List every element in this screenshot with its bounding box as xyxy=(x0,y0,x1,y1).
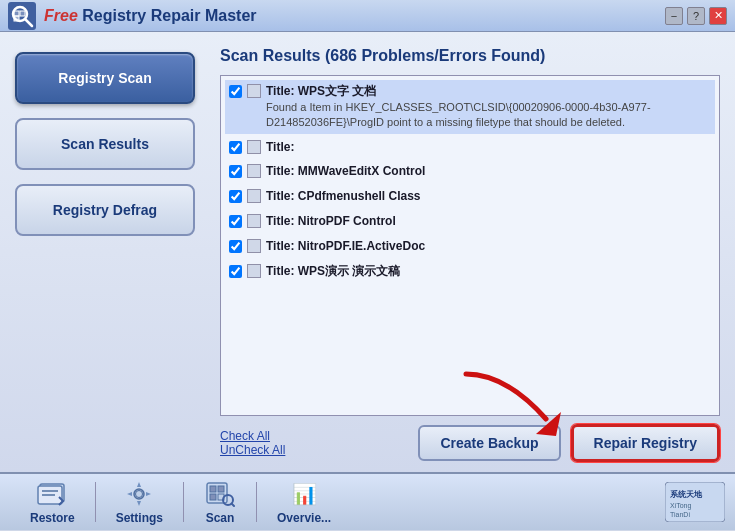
scan-results-title: Scan Results (686 Problems/Errors Found) xyxy=(220,47,720,65)
result-item: Title: xyxy=(225,136,715,159)
result-checkbox[interactable] xyxy=(229,141,242,154)
svg-rect-14 xyxy=(210,494,216,500)
settings-icon xyxy=(123,480,155,508)
restore-icon xyxy=(36,480,68,508)
svg-line-1 xyxy=(25,19,32,26)
svg-rect-3 xyxy=(20,11,25,16)
svg-rect-2 xyxy=(14,11,19,16)
result-text: Title: xyxy=(266,139,294,156)
toolbar-settings[interactable]: Settings xyxy=(96,480,183,525)
content-footer: Check All UnCheck All Create Backup Repa… xyxy=(220,424,720,462)
sidebar-item-scan-results[interactable]: Scan Results xyxy=(15,118,195,170)
main-area: Registry Scan Scan Results Registry Defr… xyxy=(0,32,735,472)
logo-corner: 系统天地 XiTong TianDi xyxy=(665,482,725,522)
result-item: Title: NitroPDF Control xyxy=(225,210,715,233)
file-icon xyxy=(247,140,261,154)
result-checkbox[interactable] xyxy=(229,265,242,278)
result-text: Title: NitroPDF.IE.ActiveDoc xyxy=(266,238,425,255)
file-icon xyxy=(247,84,261,98)
result-item: Title: NitroPDF.IE.ActiveDoc xyxy=(225,235,715,258)
toolbar: Restore Settings xyxy=(0,472,735,530)
toolbar-scan[interactable]: Scan xyxy=(184,480,256,525)
uncheck-all-link[interactable]: UnCheck All xyxy=(220,443,285,457)
file-icon xyxy=(247,214,261,228)
file-icon xyxy=(247,164,261,178)
result-checkbox[interactable] xyxy=(229,190,242,203)
window-controls: − ? ✕ xyxy=(665,7,727,25)
check-links: Check All UnCheck All xyxy=(220,429,285,457)
help-button[interactable]: ? xyxy=(687,7,705,25)
toolbar-restore-label: Restore xyxy=(30,511,75,525)
result-text: Title: NitroPDF Control xyxy=(266,213,396,230)
svg-rect-13 xyxy=(218,486,224,492)
file-icon xyxy=(247,189,261,203)
file-icon xyxy=(247,264,261,278)
svg-text:系统天地: 系统天地 xyxy=(670,489,703,499)
result-item: Title: CPdfmenushell Class xyxy=(225,185,715,208)
results-list[interactable]: Title: WPS文字 文档Found a Item in HKEY_CLAS… xyxy=(220,75,720,416)
svg-line-17 xyxy=(232,503,235,506)
result-text: Title: WPS文字 文档Found a Item in HKEY_CLAS… xyxy=(266,83,711,131)
toolbar-restore[interactable]: Restore xyxy=(10,480,95,525)
file-icon xyxy=(247,239,261,253)
toolbar-overview[interactable]: 📊 Overvie... xyxy=(257,480,351,525)
close-button[interactable]: ✕ xyxy=(709,7,727,25)
result-checkbox[interactable] xyxy=(229,85,242,98)
toolbar-overview-label: Overvie... xyxy=(277,511,331,525)
check-all-link[interactable]: Check All xyxy=(220,429,285,443)
svg-point-10 xyxy=(136,490,143,497)
result-item: Title: MMWaveEditX Control xyxy=(225,160,715,183)
result-checkbox[interactable] xyxy=(229,165,242,178)
action-buttons: Create Backup Repair Registry xyxy=(418,424,720,462)
result-item: Title: WPS文字 文档Found a Item in HKEY_CLAS… xyxy=(225,80,715,134)
app-logo xyxy=(8,2,36,30)
toolbar-settings-label: Settings xyxy=(116,511,163,525)
result-item: Title: WPS演示 演示文稿 xyxy=(225,260,715,283)
result-text: Title: CPdfmenushell Class xyxy=(266,188,420,205)
svg-rect-4 xyxy=(14,16,19,21)
overview-icon: 📊 xyxy=(288,480,320,508)
create-backup-button[interactable]: Create Backup xyxy=(418,425,560,461)
sidebar: Registry Scan Scan Results Registry Defr… xyxy=(0,32,210,472)
titlebar: Free Registry Repair Master − ? ✕ xyxy=(0,0,735,32)
svg-text:XiTong: XiTong xyxy=(670,502,692,510)
scan-icon xyxy=(204,480,236,508)
content-area: Scan Results (686 Problems/Errors Found)… xyxy=(210,32,735,472)
result-text: Title: MMWaveEditX Control xyxy=(266,163,425,180)
toolbar-scan-label: Scan xyxy=(206,511,235,525)
result-text: Title: WPS演示 演示文稿 xyxy=(266,263,400,280)
svg-text:TianDi: TianDi xyxy=(670,511,690,518)
svg-rect-12 xyxy=(210,486,216,492)
result-checkbox[interactable] xyxy=(229,215,242,228)
repair-registry-button[interactable]: Repair Registry xyxy=(571,424,720,462)
app-title: Free Registry Repair Master xyxy=(44,7,665,25)
sidebar-item-registry-scan[interactable]: Registry Scan xyxy=(15,52,195,104)
sidebar-item-registry-defrag[interactable]: Registry Defrag xyxy=(15,184,195,236)
result-checkbox[interactable] xyxy=(229,240,242,253)
minimize-button[interactable]: − xyxy=(665,7,683,25)
